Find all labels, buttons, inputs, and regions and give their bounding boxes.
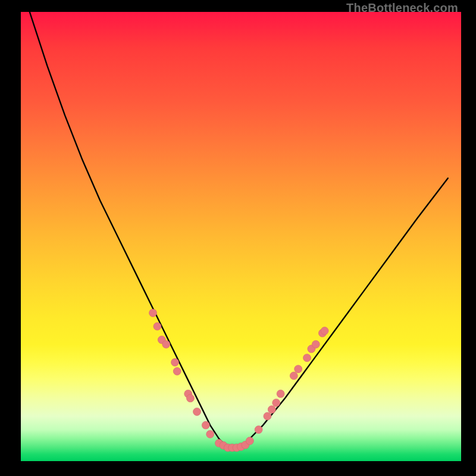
data-point (255, 426, 262, 434)
data-point (321, 327, 328, 335)
data-point (264, 412, 271, 420)
data-point (206, 430, 214, 438)
data-point (290, 372, 298, 380)
data-points-group (149, 309, 329, 452)
data-point (246, 437, 253, 445)
data-point (202, 421, 209, 429)
data-point (268, 406, 275, 414)
data-point (173, 368, 181, 375)
chart-frame: TheBottleneck.com (0, 0, 476, 476)
data-point (312, 340, 320, 348)
chart-svg (21, 12, 461, 461)
data-point (303, 354, 311, 362)
data-point (193, 408, 201, 416)
data-point (277, 390, 284, 397)
data-point (162, 340, 170, 348)
data-point (149, 309, 157, 317)
plot-area (21, 12, 461, 461)
bottleneck-curve (30, 12, 448, 447)
data-point (171, 358, 179, 366)
data-point (273, 399, 280, 406)
data-point (295, 365, 302, 373)
data-point (186, 394, 194, 402)
data-point (154, 322, 161, 330)
